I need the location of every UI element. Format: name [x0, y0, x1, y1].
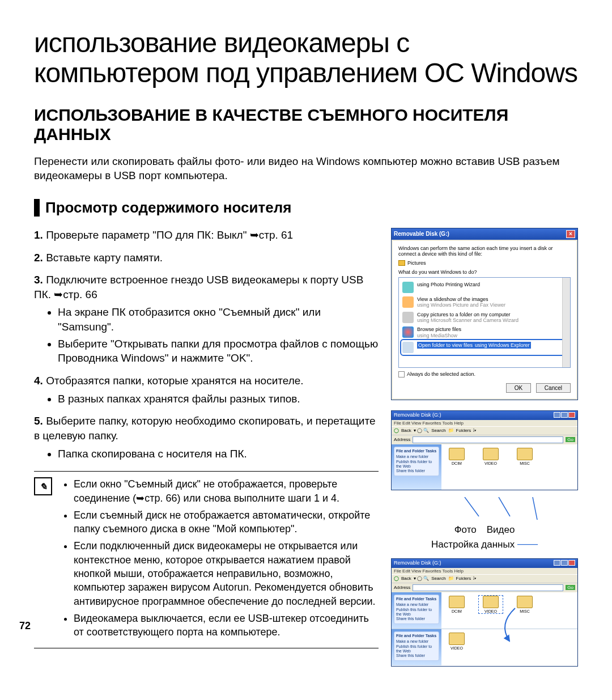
dialog-title: Removable Disk (G:)	[394, 231, 449, 237]
callout-labels: Фото Видео	[391, 524, 578, 536]
scrollbar[interactable]	[562, 278, 570, 367]
step-bullet: Папка скопирована с носителя на ПК.	[58, 447, 379, 461]
wizard-icon	[402, 282, 414, 293]
step-text: Проверьте параметр "ПО для ПК: Выкл" ➥ст…	[46, 229, 293, 241]
step-text: Подключите встроенное гнездо USB видеока…	[34, 274, 363, 300]
window-title: Removable Disk (G:)	[394, 412, 441, 419]
step-bullet: На экране ПК отобразится окно "Съемный д…	[58, 305, 379, 334]
explorer-window-1: Removable Disk (G:) File Edit View Favor…	[391, 410, 578, 490]
note-icon: ✎	[34, 477, 52, 495]
dialog-prompt: Windows can perform the same action each…	[398, 245, 571, 257]
left-column: 1. Проверьте параметр "ПО для ПК: Выкл" …	[34, 228, 379, 673]
step-num: 5.	[34, 415, 43, 427]
note-item: Видеокамера выключается, если ее USB-ште…	[74, 612, 379, 639]
folder-pane[interactable]: DCIM VIDEO MISC	[441, 444, 577, 490]
ok-button[interactable]: OK	[506, 383, 531, 393]
go-button[interactable]: Go	[566, 437, 575, 442]
step-num: 2.	[34, 252, 43, 264]
intro-paragraph: Перенести или скопировать файлы фото- ил…	[34, 154, 578, 183]
folder-video[interactable]: VIDEO	[479, 448, 503, 465]
step-3: 3. Подключите встроенное гнездо USB виде…	[34, 273, 379, 366]
side-panel: File and Folder Tasks Make a new folder …	[392, 444, 441, 490]
page-number: 72	[19, 620, 31, 632]
callout-settings: Настройка данных ───	[391, 539, 578, 550]
note-item: Если подключенный диск видеокамеры не от…	[74, 539, 379, 608]
folder-dcim[interactable]: DCIM	[445, 596, 469, 613]
step-4: 4. Отобразятся папки, которые хранятся н…	[34, 374, 379, 406]
note-item: Если съемный диск не отображается автома…	[74, 508, 379, 536]
window-title: Removable Disk (G:)	[394, 560, 441, 567]
folder-icon	[398, 260, 405, 266]
list-item[interactable]: Copy pictures to a folder on my computer…	[401, 310, 568, 325]
address-label: Address	[394, 437, 410, 442]
scanner-icon	[402, 312, 414, 323]
callout-lines	[391, 497, 578, 520]
section-title: ИСПОЛЬЗОВАНИЕ В КАЧЕСТВЕ СЪЕМНОГО НОСИТЕ…	[34, 105, 578, 144]
steps-list: 1. Проверьте параметр "ПО для ПК: Выкл" …	[34, 228, 379, 461]
cancel-button[interactable]: Cancel	[536, 383, 571, 393]
sub-heading: Просмотр содержимого носителя	[34, 199, 578, 217]
svg-line-2	[533, 497, 538, 520]
menu-bar[interactable]: File Edit View Favorites Tools Help	[392, 568, 577, 574]
list-item[interactable]: Browse picture filesusing MediaShow	[401, 325, 568, 340]
folder-dcim[interactable]: DCIM	[445, 448, 469, 465]
page-title: использование видеокамеры с компьютером …	[34, 28, 578, 88]
step-1: 1. Проверьте параметр "ПО для ПК: Выкл" …	[34, 228, 379, 243]
step-5: 5. Выберите папку, которую необходимо ск…	[34, 414, 379, 461]
toolbar[interactable]: ◯ Back ▾ ◯ 🔍 Search 📁 Folders ⦙⦙▾	[392, 574, 577, 583]
list-item[interactable]: using Photo Printing Wizard	[401, 280, 568, 295]
back-button[interactable]: ◯	[394, 428, 399, 433]
step-bullet: Выберите "Открывать папки для просмотра …	[58, 337, 379, 366]
toolbar[interactable]: ◯ Back ▾ ◯ 🔍 Search 📁 Folders ⦙⦙▾	[392, 426, 577, 435]
picture-icon	[402, 296, 414, 308]
address-bar[interactable]	[413, 584, 563, 591]
drag-arrow-icon	[481, 607, 538, 647]
media-icon	[402, 326, 414, 338]
close-icon[interactable]: ×	[566, 230, 575, 238]
autoplay-dialog: Removable Disk (G:) × Windows can perfor…	[391, 228, 578, 400]
list-item[interactable]: View a slideshow of the imagesusing Wind…	[401, 295, 568, 310]
step-2: 2. Вставьте карту памяти.	[34, 251, 379, 265]
svg-line-1	[499, 497, 510, 516]
dialog-question: What do you want Windows to do?	[398, 269, 571, 275]
note-block: ✎ Если окно "Съемный диск" не отображает…	[34, 471, 379, 648]
step-text: Вставьте карту памяти.	[46, 252, 163, 264]
callout-photo: Фото	[454, 524, 477, 536]
checkbox[interactable]	[398, 371, 405, 377]
menu-bar[interactable]: File Edit View Favorites Tools Help	[392, 420, 577, 426]
window-buttons[interactable]	[553, 560, 575, 567]
note-item: Если окно "Съемный диск" не отображается…	[74, 477, 379, 505]
step-num: 1.	[34, 229, 43, 241]
step-text: Отобразятся папки, которые хранятся на н…	[46, 375, 303, 387]
go-button[interactable]: Go	[566, 585, 575, 590]
callout-video: Видео	[487, 524, 515, 536]
checkbox-label: Always do the selected action.	[407, 371, 475, 377]
folder-misc[interactable]: MISC	[513, 448, 537, 465]
svg-line-0	[465, 497, 479, 516]
step-num: 3.	[34, 274, 43, 286]
step-num: 4.	[34, 375, 43, 387]
step-bullet: В разных папках хранятся файлы разных ти…	[58, 392, 379, 406]
folder-video-copy[interactable]: VIDEO	[445, 633, 469, 650]
folder-open-icon	[402, 342, 414, 353]
address-bar[interactable]	[413, 436, 563, 443]
list-item-selected[interactable]: Open folder to view filesusing Windows E…	[401, 340, 568, 355]
explorer-window-2: Removable Disk (G:) File Edit View Favor…	[391, 558, 578, 667]
window-buttons[interactable]	[553, 412, 575, 419]
file-type-label: Pictures	[407, 260, 426, 266]
step-text: Выберите папку, которую необходимо скопи…	[34, 415, 376, 442]
dialog-list[interactable]: using Photo Printing Wizard View a slide…	[398, 277, 571, 368]
right-column: Removable Disk (G:) × Windows can perfor…	[391, 228, 578, 673]
